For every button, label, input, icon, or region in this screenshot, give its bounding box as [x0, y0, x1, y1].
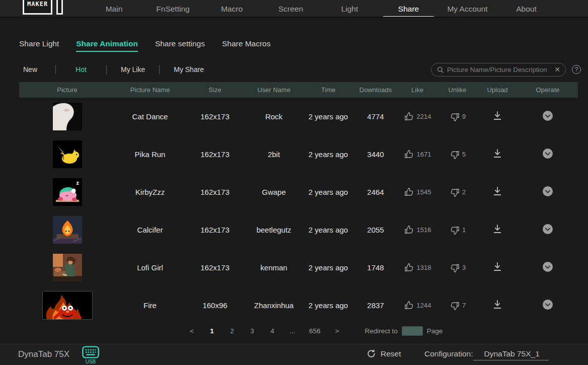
like-count: 2214	[417, 113, 431, 120]
page-button-2[interactable]: 2	[229, 327, 236, 335]
page-button-1[interactable]: 1	[208, 327, 215, 335]
search-box[interactable]: ✕	[431, 63, 566, 77]
operate-expand-icon[interactable]	[542, 110, 554, 122]
operate-expand-icon[interactable]	[542, 299, 554, 311]
page-button-656[interactable]: 656	[309, 327, 321, 335]
page-button-4[interactable]: 4	[269, 327, 276, 335]
nav-item-fnsetting[interactable]: FnSetting	[143, 0, 202, 18]
download-count: 1748	[354, 263, 397, 272]
tab-share-macros[interactable]: Share Macros	[222, 39, 270, 52]
filter-hot[interactable]: Hot	[70, 65, 92, 74]
page-ellipsis: ...	[289, 327, 296, 335]
redirect-page-input[interactable]	[402, 326, 423, 336]
col-time: Time	[303, 86, 354, 94]
picture-name: Pika Run	[115, 150, 185, 159]
prev-page-button[interactable]: <	[188, 327, 195, 335]
reset-button[interactable]: Reset	[366, 349, 401, 358]
tab-share-settings[interactable]: Share settings	[155, 39, 205, 52]
page-button-3[interactable]: 3	[249, 327, 256, 335]
thumbs-down-icon[interactable]	[449, 111, 460, 122]
thumbs-down-icon[interactable]	[449, 149, 460, 160]
divider	[159, 65, 160, 74]
picture-name: Lofi Girl	[115, 263, 185, 272]
thumbs-up-icon[interactable]	[404, 262, 415, 273]
download-icon[interactable]	[491, 110, 503, 122]
picture-size: 162x173	[185, 263, 245, 272]
download-icon[interactable]	[491, 299, 503, 311]
nav-item-my-account[interactable]: My Account	[438, 0, 497, 18]
main-menu: Main FnSetting Macro Screen Light Share …	[85, 0, 556, 18]
app-window: MAKER Main FnSetting Macro Screen Light …	[0, 0, 588, 365]
share-subtabs: Share Light Share Animation Share settin…	[19, 39, 270, 52]
nav-item-about[interactable]: About	[497, 0, 556, 18]
download-icon[interactable]	[491, 148, 503, 160]
picture-size: 160x96	[185, 301, 245, 310]
thumbs-up-icon[interactable]	[404, 225, 415, 236]
thumbs-up-icon[interactable]	[404, 149, 415, 160]
thumbnail-lofi-girl[interactable]	[53, 254, 82, 281]
thumbnail-fire[interactable]	[43, 291, 92, 319]
table-row: z KirbyZzz 162x173 Gwape 2 years ago 246…	[19, 173, 578, 211]
next-page-button[interactable]: >	[334, 327, 341, 335]
thumbs-up-icon[interactable]	[404, 300, 415, 311]
download-icon[interactable]	[491, 261, 503, 273]
picture-size: 162x173	[185, 150, 245, 159]
operate-expand-icon[interactable]	[542, 261, 554, 273]
thumbnail-cat-dance[interactable]	[53, 103, 82, 130]
picture-size: 162x173	[185, 188, 245, 196]
operate-expand-icon[interactable]	[542, 223, 554, 235]
user-name: beetlegutz	[245, 226, 303, 234]
upload-time: 2 years ago	[303, 263, 354, 272]
picture-size: 162x173	[185, 112, 245, 121]
thumbs-up-icon[interactable]	[404, 111, 415, 122]
nav-item-screen[interactable]: Screen	[261, 0, 320, 18]
reset-button-label: Reset	[381, 349, 401, 358]
like-count: 1671	[417, 151, 431, 158]
table-row: Pika Run 162x173 2bit 2 years ago 3440 1…	[19, 135, 578, 173]
filter-my-share[interactable]: My Share	[174, 65, 204, 74]
nav-item-share[interactable]: Share	[379, 0, 438, 18]
thumbnail-pika-run[interactable]	[53, 140, 82, 168]
like-count: 1516	[417, 226, 431, 234]
thumbs-down-icon[interactable]	[449, 262, 460, 273]
upload-time: 2 years ago	[303, 301, 354, 310]
table-row: Cat Dance 162x173 Rock 2 years ago 4774 …	[19, 98, 578, 135]
thumbnail-calcifer[interactable]	[53, 216, 82, 244]
logo-text: MAKER	[27, 1, 48, 8]
thumbs-down-icon[interactable]	[449, 187, 460, 198]
nav-item-main[interactable]: Main	[85, 0, 143, 18]
configuration-value[interactable]: DynaTab 75X_1	[473, 349, 549, 360]
user-name: 2bit	[245, 150, 303, 159]
filter-bar: New Hot My Like My Share ✕ ?	[19, 62, 581, 77]
help-icon[interactable]: ?	[572, 65, 581, 74]
tab-share-animation[interactable]: Share Animation	[76, 39, 138, 52]
operate-expand-icon[interactable]	[542, 148, 554, 160]
clear-search-icon[interactable]: ✕	[554, 65, 560, 74]
top-nav-bar: MAKER Main FnSetting Macro Screen Light …	[0, 0, 588, 18]
filter-my-like[interactable]: My Like	[121, 65, 145, 74]
filter-new[interactable]: New	[19, 65, 41, 74]
thumbs-up-icon[interactable]	[404, 187, 415, 198]
user-name: Gwape	[245, 188, 303, 196]
picture-name: KirbyZzz	[115, 188, 185, 196]
like-count: 1545	[417, 188, 431, 196]
animation-table: Picture Picture Name Size User Name Time…	[19, 82, 578, 324]
logo-bar-glyph	[56, 0, 63, 15]
download-icon[interactable]	[491, 185, 503, 197]
tab-share-light[interactable]: Share Light	[19, 39, 59, 52]
thumbnail-kirby-zzz[interactable]: z	[53, 178, 82, 206]
like-count: 1244	[417, 302, 431, 309]
operate-expand-icon[interactable]	[542, 185, 554, 197]
nav-item-light[interactable]: Light	[320, 0, 379, 18]
table-row: Lofi Girl 162x173 kenman 2 years ago 174…	[19, 249, 578, 286]
download-count: 2464	[354, 188, 397, 196]
pagination: < 1 2 3 4 ... 656 > Redirect to Page	[188, 326, 443, 336]
usb-connection-button[interactable]: USB	[82, 346, 99, 364]
search-input[interactable]	[447, 66, 551, 74]
download-count: 4774	[354, 112, 397, 121]
configuration-group: Configuration: DynaTab 75X_1	[424, 349, 549, 360]
nav-item-macro[interactable]: Macro	[202, 0, 261, 18]
download-icon[interactable]	[491, 223, 503, 235]
thumbs-down-icon[interactable]	[449, 225, 460, 236]
thumbs-down-icon[interactable]	[449, 300, 460, 311]
